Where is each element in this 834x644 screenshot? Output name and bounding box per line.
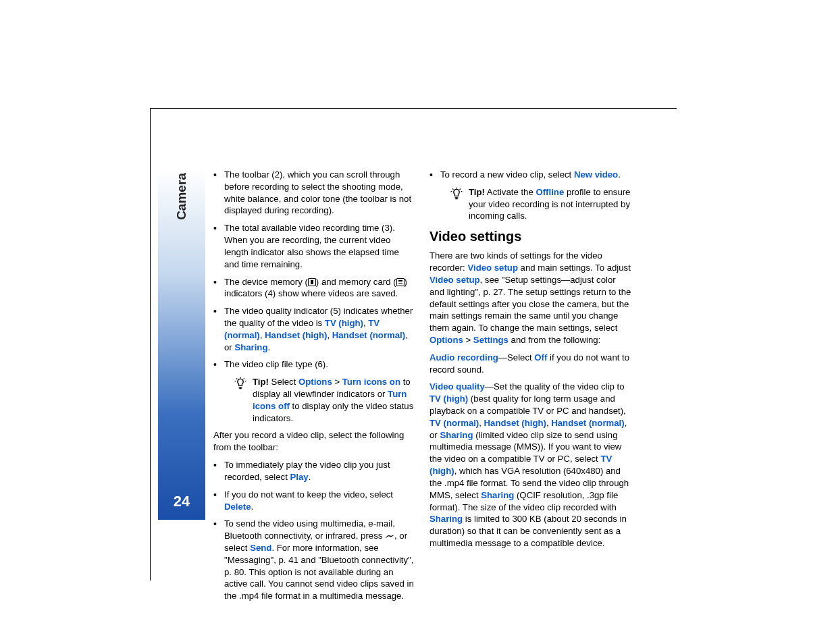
list-item: The video quality indicator (5) indicate…	[213, 305, 416, 353]
text: Activate the	[485, 187, 536, 197]
body-content: The toolbar (2), which you can scroll th…	[213, 169, 632, 608]
text: .	[267, 342, 270, 352]
tip-lightbulb-icon	[234, 377, 247, 390]
column-left: The toolbar (2), which you can scroll th…	[213, 169, 416, 608]
sidebar-gradient: Camera 24	[158, 169, 205, 520]
tip-text: Tip! Activate the Offline profile to ens…	[469, 186, 632, 222]
paragraph-audio-recording: Audio recording—Select Off if you do not…	[429, 352, 632, 376]
term-options: Options	[429, 335, 463, 345]
term-video-setup: Video setup	[467, 263, 518, 273]
term-handset-normal: Handset (normal)	[551, 418, 624, 428]
term-video-quality: Video quality	[429, 381, 485, 392]
column-right: To record a new video clip, select New v…	[429, 169, 632, 608]
tip-label: Tip!	[253, 377, 269, 387]
term-handset-high: Handset (high)	[265, 330, 327, 340]
list-item: The toolbar (2), which you can scroll th…	[213, 169, 416, 217]
list-item: The device memory () and memory card () …	[213, 276, 416, 300]
text: >	[463, 335, 473, 345]
text: ) and memory card (	[316, 277, 396, 287]
text: To send the video using multimedia, e-ma…	[224, 518, 395, 541]
term-delete: Delete	[224, 502, 251, 512]
text: ,	[260, 330, 265, 340]
term-sharing: Sharing	[440, 430, 473, 440]
term-settings: Settings	[473, 335, 509, 345]
list-item: The total available video recording time…	[213, 222, 416, 270]
tip-lightbulb-icon	[450, 187, 463, 200]
list-item: If you do not want to keep the video, se…	[213, 489, 416, 513]
page-number: 24	[158, 493, 205, 510]
text: The video quality indicator (5) indicate…	[224, 306, 413, 328]
tip-label: Tip!	[469, 187, 485, 197]
term-sharing: Sharing	[234, 342, 267, 352]
paragraph: After you record a video clip, select th…	[213, 429, 416, 454]
term-audio-recording: Audio recording	[429, 352, 498, 363]
term-handset-high: Handset (high)	[484, 418, 546, 428]
tip-block: Tip! Activate the Offline profile to ens…	[429, 186, 632, 222]
term-offline: Offline	[536, 187, 564, 197]
heading-video-settings: Video settings	[429, 227, 632, 246]
term-handset-normal: Handset (normal)	[332, 330, 405, 340]
term-tv-normal: TV (normal)	[429, 418, 479, 428]
text: —Set the quality of the video clip to	[485, 381, 625, 392]
term-send: Send	[250, 543, 271, 553]
paragraph-video-quality: Video quality—Set the quality of the vid…	[429, 381, 632, 549]
list-item: The video clip file type (6).	[213, 358, 416, 371]
term-video-setup: Video setup	[429, 275, 480, 285]
term-play: Play	[290, 472, 309, 482]
text: The device memory (	[224, 277, 308, 287]
tip-block: Tip! Select Options > Turn icons on to d…	[213, 376, 416, 424]
section-label: Camera	[174, 173, 189, 220]
term-sharing: Sharing	[481, 490, 514, 500]
text: ,	[327, 330, 332, 340]
text: .	[309, 472, 311, 482]
term-options: Options	[298, 377, 332, 387]
text: and from the following:	[509, 335, 600, 345]
text: Select	[269, 377, 298, 387]
feature-list: The toolbar (2), which you can scroll th…	[213, 169, 416, 371]
tip-text: Tip! Select Options > Turn icons on to d…	[253, 376, 416, 424]
term-tv-high: TV (high)	[325, 318, 363, 328]
text: .	[251, 502, 254, 512]
term-new-video: New video	[574, 169, 618, 180]
term-sharing: Sharing	[429, 514, 463, 524]
text: To record a new video clip, select	[440, 169, 574, 180]
list-item: To record a new video clip, select New v…	[429, 169, 632, 181]
list-item: To send the video using multimedia, e-ma…	[213, 518, 416, 602]
call-key-icon	[385, 533, 394, 539]
text: If you do not want to keep the video, se…	[224, 489, 393, 500]
new-video-list: To record a new video clip, select New v…	[429, 169, 632, 181]
text: and main settings. To adjust	[518, 263, 631, 273]
paragraph: There are two kinds of settings for the …	[429, 250, 632, 346]
text: >	[332, 377, 342, 387]
text: ,	[479, 418, 484, 428]
memory-card-icon	[396, 278, 405, 286]
list-item: To immediately play the video clip you j…	[213, 459, 416, 483]
text: —Select	[498, 352, 535, 363]
term-off: Off	[534, 352, 547, 363]
device-memory-icon	[308, 278, 316, 286]
text: .	[618, 169, 621, 180]
term-tv-high: TV (high)	[429, 394, 468, 404]
term-turn-icons-on: Turn icons on	[342, 377, 400, 387]
toolbar-actions-list: To immediately play the video clip you j…	[213, 459, 416, 602]
